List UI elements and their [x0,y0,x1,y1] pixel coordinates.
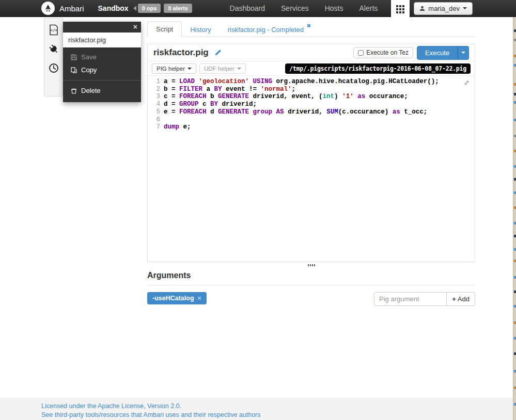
content-area: </> [0,17,516,398]
line-number: 3 [148,93,160,101]
script-context-panel: × riskfactor.pig Save Co [63,22,141,102]
user-icon [419,6,425,11]
tab-script[interactable]: Script [147,21,182,37]
brand-title[interactable]: Ambari [59,4,84,13]
chevron-down-icon [237,68,241,70]
line-number: 1 [148,78,160,86]
resize-grip[interactable] [307,264,316,266]
chevron-down-icon [461,52,465,54]
code-line[interactable]: b = FILTER a BY event != 'normal'; [164,86,475,93]
nav-services-link[interactable]: Services [278,4,311,12]
tab-history[interactable]: History [182,22,219,37]
plus-icon: + [452,295,456,303]
alerts-badge[interactable]: 0 alerts [164,4,192,13]
grid-icon [396,5,404,13]
nav-alerts-link[interactable]: Alerts [357,4,381,12]
expand-editor-icon[interactable] [463,79,470,86]
code-line[interactable]: a = LOAD 'geolocation' USING org.apache.… [164,78,475,86]
line-number: 4 [148,101,160,108]
line-number: 5 [148,108,160,116]
menu-item-save[interactable]: Save [63,51,141,63]
code-line[interactable]: d = GROUP c BY driverid; [164,101,475,108]
script-main: Script History riskfactor.pig - Complete… [147,22,475,306]
ops-badge[interactable]: 0 ops [138,4,161,13]
line-number: 6 [148,116,160,124]
remove-argument-icon[interactable]: × [198,295,201,302]
user-name: maria_dev [428,5,460,12]
code-line[interactable]: e = FOREACH d GENERATE group AS driverid… [164,108,475,116]
history-clock-icon[interactable] [48,62,60,74]
svg-text:</>: </> [50,28,57,33]
pig-argument-input[interactable] [374,292,447,306]
views-menu-button[interactable] [391,0,410,18]
editor-toolbar: PIG helper UDF helper /tmp/.pigscripts/r… [148,61,475,76]
ambari-logo-icon[interactable] [41,2,55,15]
save-icon [71,54,77,60]
nav-dashboard-link[interactable]: Dashboard [227,4,268,12]
chevron-down-icon [187,68,192,70]
menu-item-copy[interactable]: Copy [63,63,141,76]
scripts-icon[interactable]: </> [48,24,60,36]
add-argument-group: +Add [374,292,475,306]
code-lines[interactable]: a = LOAD 'geolocation' USING org.apache.… [164,78,475,131]
trash-icon [71,88,77,94]
execute-button[interactable]: Execute [417,46,458,60]
menu-divider [63,80,141,80]
edit-title-pencil-icon[interactable] [214,49,222,56]
badge-arrow [133,6,136,11]
title-row: riskfactor.pig Execute on Tez Execute [148,44,475,61]
page-footer: Licensed under the Apache License, Versi… [0,398,516,420]
popup-header: × [63,22,141,33]
close-tab-icon[interactable]: ✖ [307,23,311,28]
nav-hosts-link[interactable]: Hosts [322,4,346,12]
add-argument-button[interactable]: +Add [447,292,475,306]
script-actions-menu: Save Copy Del [63,47,141,102]
cluster-name: Sandbox [98,4,129,12]
line-number-gutter: 1234567 [148,78,160,131]
udf-helper-dropdown[interactable]: UDF helper [199,63,246,74]
scrollbar-markers[interactable] [513,17,516,420]
code-line[interactable]: c = FOREACH b GENERATE driverid, event, … [164,93,475,101]
page-title: riskfactor.pig [153,47,209,58]
arguments-row: -useHCatalog× +Add [147,292,475,306]
argument-tag[interactable]: -useHCatalog× [147,292,207,304]
tab-job-completed[interactable]: riskfactor.pig - Completed✖ [220,20,319,37]
udf-plug-icon[interactable] [48,43,60,55]
code-line[interactable]: dump e; [164,123,475,131]
user-menu-button[interactable]: maria_dev [414,2,473,15]
license-link[interactable]: Licensed under the Apache License, Versi… [41,402,516,411]
third-party-link[interactable]: See third-party tools/resources that Amb… [41,411,516,419]
line-number: 2 [148,86,160,93]
line-number: 7 [148,123,160,131]
arguments-divider [147,285,475,285]
close-icon[interactable]: × [133,22,137,31]
menu-item-delete[interactable]: Delete [63,84,141,97]
pig-helper-dropdown[interactable]: PIG helper [152,63,196,74]
code-line[interactable] [164,116,475,124]
execute-on-tez-checkbox[interactable]: Execute on Tez [353,47,413,58]
script-editor-panel: riskfactor.pig Execute on Tez Execute [147,44,475,262]
tab-bar: Script History riskfactor.pig - Complete… [147,22,475,37]
pig-view-rail: </> [44,18,63,96]
copy-icon [71,67,77,73]
chevron-down-icon [463,7,467,9]
code-editor[interactable]: 1234567 a = LOAD 'geolocation' USING org… [148,76,475,262]
top-navbar: Ambari Sandbox 0 ops 0 alerts Dashboard … [0,0,516,17]
tez-checkbox-input[interactable] [358,50,364,56]
execute-dropdown-button[interactable] [458,46,469,60]
page: Ambari Sandbox 0 ops 0 alerts Dashboard … [0,0,516,420]
arguments-heading: Arguments [147,271,475,280]
popup-filename[interactable]: riskfactor.pig [63,33,141,47]
script-path-badge: /tmp/.pigscripts/riskfactorpig-2016-06-0… [285,63,471,74]
